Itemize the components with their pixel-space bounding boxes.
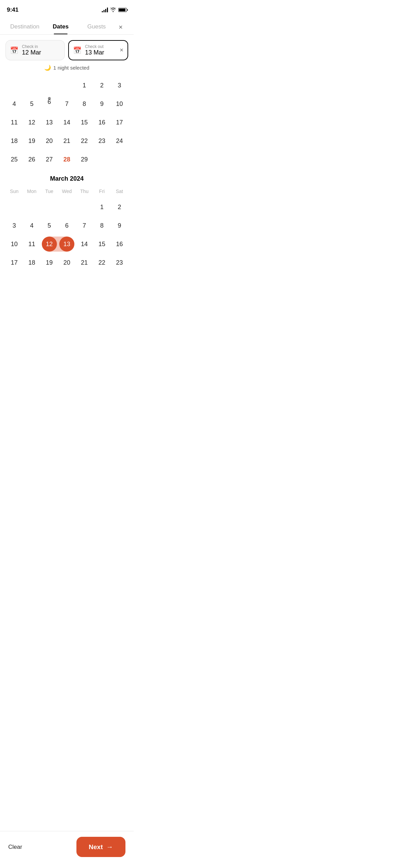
checkout-label: Check out bbox=[85, 44, 116, 49]
cal-day bbox=[5, 198, 23, 216]
cal-day-mar-1[interactable]: 1 bbox=[93, 198, 111, 216]
cal-day[interactable]: 24 bbox=[111, 132, 128, 150]
cal-day bbox=[111, 150, 128, 168]
cal-day[interactable]: 16 bbox=[93, 113, 111, 131]
cal-day[interactable]: 18 bbox=[5, 132, 23, 150]
cal-day-mar-2[interactable]: 2 bbox=[111, 198, 128, 216]
checkout-card[interactable]: 📅 Check out 13 Mar × bbox=[68, 40, 128, 60]
day-name-thu: Thu bbox=[76, 187, 93, 195]
cal-day[interactable]: 12 bbox=[23, 113, 40, 131]
cal-day[interactable]: 29 bbox=[76, 150, 93, 168]
cal-day-mar-18[interactable]: 18 bbox=[23, 254, 40, 272]
cal-day[interactable]: 27 bbox=[40, 150, 58, 168]
night-selected: 🌙 1 night selected bbox=[0, 64, 134, 71]
cal-day[interactable]: 15 bbox=[76, 113, 93, 131]
march-month-title: March 2024 bbox=[5, 175, 128, 182]
cal-day-mar-9[interactable]: 9 bbox=[111, 217, 128, 234]
cal-day-mar-17[interactable]: 17 bbox=[5, 254, 23, 272]
cal-day[interactable]: 26 bbox=[23, 150, 40, 168]
battery-icon bbox=[118, 8, 127, 12]
cal-day[interactable]: 8 bbox=[76, 95, 93, 113]
moon-icon: 🌙 bbox=[44, 64, 51, 71]
cal-day-mar-22[interactable]: 22 bbox=[93, 254, 111, 272]
close-button[interactable]: × bbox=[114, 21, 127, 33]
checkout-value: 13 Mar bbox=[85, 49, 116, 56]
checkin-content: Check in 12 Mar bbox=[22, 44, 60, 56]
day-name-sun: Sun bbox=[5, 187, 23, 195]
day-name-sat: Sat bbox=[111, 187, 128, 195]
tab-destination[interactable]: Destination bbox=[7, 20, 43, 34]
checkout-close-icon[interactable]: × bbox=[120, 47, 123, 54]
nav-divider bbox=[0, 34, 134, 35]
cal-day[interactable]: 14 bbox=[58, 113, 75, 131]
cal-day[interactable]: 5 bbox=[23, 95, 40, 113]
cal-day[interactable]: 4 bbox=[5, 95, 23, 113]
cal-day[interactable]: 23 bbox=[93, 132, 111, 150]
march-grid: 1 2 3 4 5 6 7 8 9 10 11 12 13 14 15 16 1… bbox=[5, 198, 128, 272]
status-icons bbox=[102, 7, 127, 13]
cal-day[interactable]: 19 bbox=[23, 132, 40, 150]
cal-day-mar-10[interactable]: 10 bbox=[5, 235, 23, 253]
cal-day[interactable]: 13 bbox=[40, 113, 58, 131]
cal-day bbox=[40, 198, 58, 216]
cal-day[interactable]: 20 bbox=[40, 132, 58, 150]
cal-day[interactable]: 25 bbox=[5, 150, 23, 168]
cal-day-mar-21[interactable]: 21 bbox=[76, 254, 93, 272]
feb-partial-grid: 1 2 3 4 5 6 7 8 9 10 11 12 13 14 15 16 1… bbox=[5, 76, 128, 168]
cal-day-mar-11[interactable]: 11 bbox=[23, 235, 40, 253]
status-time: 9:41 bbox=[7, 7, 19, 13]
cal-day[interactable]: 17 bbox=[111, 113, 128, 131]
tab-dates[interactable]: Dates bbox=[43, 20, 79, 34]
cal-day bbox=[76, 198, 93, 216]
cal-day-today[interactable]: 6 bbox=[40, 95, 58, 113]
cal-day[interactable]: 2 bbox=[93, 76, 111, 94]
cal-day[interactable]: 1 bbox=[76, 76, 93, 94]
cal-day-mar-6[interactable]: 6 bbox=[58, 217, 75, 234]
cal-day-mar-4[interactable]: 4 bbox=[23, 217, 40, 234]
nav-tabs: Destination Dates Guests × bbox=[0, 17, 134, 34]
checkout-content: Check out 13 Mar bbox=[85, 44, 116, 56]
day-name-mon: Mon bbox=[23, 187, 40, 195]
cal-day[interactable]: 22 bbox=[76, 132, 93, 150]
cal-day-mar-16[interactable]: 16 bbox=[111, 235, 128, 253]
cal-day bbox=[23, 198, 40, 216]
cal-day bbox=[23, 76, 40, 94]
cal-day-mar-15[interactable]: 15 bbox=[93, 235, 111, 253]
checkin-card[interactable]: 📅 Check in 12 Mar bbox=[5, 40, 65, 60]
cal-day[interactable]: 11 bbox=[5, 113, 23, 131]
cal-day-mar-7[interactable]: 7 bbox=[76, 217, 93, 234]
cal-day-mar-23[interactable]: 23 bbox=[111, 254, 128, 272]
cal-day-mar-3[interactable]: 3 bbox=[5, 217, 23, 234]
cal-day-28[interactable]: 28 bbox=[58, 150, 75, 168]
wifi-icon bbox=[110, 7, 116, 13]
cal-day[interactable]: 9 bbox=[93, 95, 111, 113]
status-bar: 9:41 bbox=[0, 0, 134, 17]
night-selected-text: 1 night selected bbox=[53, 65, 89, 71]
cal-day bbox=[93, 150, 111, 168]
cal-day-mar-13[interactable]: 13 bbox=[58, 235, 75, 253]
cal-day bbox=[58, 198, 75, 216]
date-cards: 📅 Check in 12 Mar 📅 Check out 13 Mar × bbox=[0, 40, 134, 60]
cal-day-mar-14[interactable]: 14 bbox=[76, 235, 93, 253]
checkin-value: 12 Mar bbox=[22, 49, 60, 56]
cal-day-mar-12[interactable]: 12 bbox=[40, 235, 58, 253]
cal-day-mar-19[interactable]: 19 bbox=[40, 254, 58, 272]
cal-day bbox=[40, 76, 58, 94]
checkin-calendar-icon: 📅 bbox=[10, 46, 19, 55]
checkout-calendar-icon: 📅 bbox=[73, 46, 82, 55]
cal-day[interactable]: 7 bbox=[58, 95, 75, 113]
signal-icon bbox=[102, 8, 108, 12]
checkin-label: Check in bbox=[22, 44, 60, 49]
day-name-tue: Tue bbox=[40, 187, 58, 195]
cal-day-mar-5[interactable]: 5 bbox=[40, 217, 58, 234]
cal-day-mar-20[interactable]: 20 bbox=[58, 254, 75, 272]
tab-guests[interactable]: Guests bbox=[78, 20, 114, 34]
february-calendar: 1 2 3 4 5 6 7 8 9 10 11 12 13 14 15 16 1… bbox=[0, 76, 134, 272]
march-day-names: Sun Mon Tue Wed Thu Fri Sat bbox=[5, 187, 128, 195]
day-name-wed: Wed bbox=[58, 187, 75, 195]
cal-day-mar-8[interactable]: 8 bbox=[93, 217, 111, 234]
cal-day[interactable]: 3 bbox=[111, 76, 128, 94]
cal-day[interactable]: 10 bbox=[111, 95, 128, 113]
cal-day bbox=[5, 76, 23, 94]
cal-day[interactable]: 21 bbox=[58, 132, 75, 150]
